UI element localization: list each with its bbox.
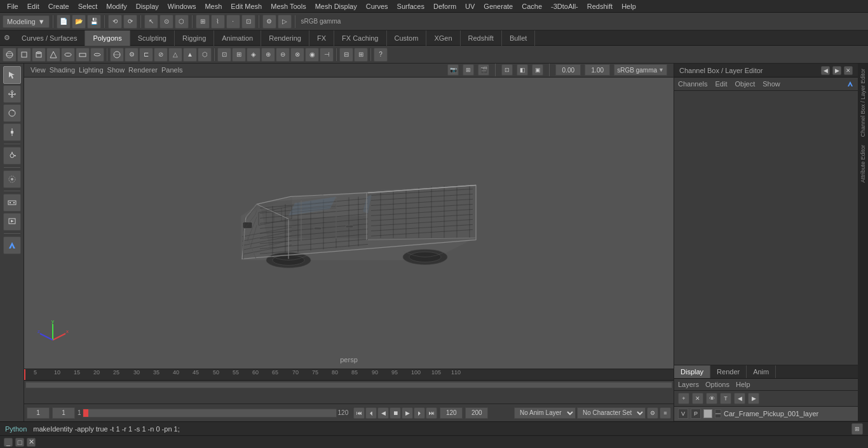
vp-view-menu[interactable]: View <box>31 66 46 74</box>
menu-windows[interactable]: Windows <box>163 1 201 11</box>
python-label[interactable]: Python <box>5 425 27 433</box>
lasso-btn[interactable]: ⊙ <box>159 15 173 29</box>
cb-channels-menu[interactable]: Channels <box>678 80 707 88</box>
minimize-btn[interactable]: _ <box>4 438 13 447</box>
tab-fx-caching[interactable]: FX Caching <box>334 31 386 46</box>
camera-near-input[interactable] <box>555 64 581 76</box>
vtab-channel-box[interactable]: Channel Box / Layer Editor <box>859 65 867 141</box>
vp-show-menu[interactable]: Show <box>107 66 125 74</box>
open-file-btn[interactable]: 📂 <box>72 15 86 29</box>
anim-layer-select[interactable]: No Anim Layer <box>514 407 576 419</box>
vp-shade-btn[interactable]: ◧ <box>517 64 528 76</box>
scale-tool-btn[interactable] <box>3 123 21 141</box>
step-back-btn[interactable]: ⏴ <box>365 407 377 419</box>
colorspace-dropdown[interactable]: sRGB gamma ▼ <box>614 64 667 76</box>
current-frame-input[interactable] <box>27 407 50 419</box>
pyramid-btn[interactable]: ▲ <box>183 48 197 62</box>
layer-playback-btn[interactable]: P <box>691 409 701 419</box>
tab-rendering[interactable]: Rendering <box>261 31 309 46</box>
disk-btn[interactable] <box>90 48 104 62</box>
play-fwd-btn[interactable]: ▶ <box>402 407 413 419</box>
layer-scroll-left[interactable]: ◀ <box>734 393 745 404</box>
maya-logo-btn[interactable] <box>3 236 21 254</box>
layer-scroll-right[interactable]: ▶ <box>748 393 759 404</box>
cb-object-menu[interactable]: Object <box>735 80 755 88</box>
combine-btn[interactable]: ⊕ <box>261 48 275 62</box>
menu-select[interactable]: Select <box>74 1 102 11</box>
menu-file[interactable]: File <box>3 1 23 11</box>
menu-mesh[interactable]: Mesh <box>200 1 226 11</box>
tab-bullet[interactable]: Bullet <box>502 31 536 46</box>
close-btn[interactable]: ✕ <box>27 438 36 447</box>
mirror-btn[interactable]: ⊣ <box>320 48 334 62</box>
anim-prefs-btn[interactable]: ≡ <box>660 407 671 419</box>
extrude-btn[interactable]: ⊡ <box>217 48 231 62</box>
menu-create[interactable]: Create <box>44 1 74 11</box>
workspace-dropdown[interactable]: Modeling ▼ <box>3 15 50 28</box>
vp-wire-btn[interactable]: ⊡ <box>501 64 513 76</box>
layers-layers-menu[interactable]: Layers <box>678 381 699 388</box>
vp-lighting-menu[interactable]: Lighting <box>79 66 104 74</box>
cb-edit-menu[interactable]: Edit <box>715 80 727 88</box>
fill-hole-btn[interactable]: ◉ <box>305 48 319 62</box>
panel-expand-btn[interactable]: ▶ <box>832 66 841 75</box>
torus-btn[interactable] <box>61 48 75 62</box>
menu-curves[interactable]: Curves <box>362 1 393 11</box>
restore-btn[interactable]: □ <box>15 438 24 447</box>
vp-icon-film[interactable]: 🎬 <box>478 64 489 76</box>
viewport-3d[interactable]: x y z persp <box>24 78 674 369</box>
menu-deform[interactable]: Deform <box>429 1 461 11</box>
menu-uv[interactable]: UV <box>461 1 479 11</box>
timeline-region[interactable] <box>25 382 672 388</box>
save-file-btn[interactable]: 💾 <box>87 15 101 29</box>
gear-btn[interactable]: ⚙ <box>125 48 139 62</box>
tab-xgen[interactable]: XGen <box>426 31 460 46</box>
play-back-btn[interactable]: ◀ <box>377 407 389 419</box>
snap-curve-btn[interactable]: ⌇ <box>211 15 225 29</box>
pipe-btn[interactable]: ⊏ <box>139 48 153 62</box>
universal-manip-btn[interactable] <box>3 147 21 165</box>
bevel-btn[interactable]: ◈ <box>247 48 261 62</box>
bridge-btn[interactable]: ⊞ <box>232 48 246 62</box>
menu-help[interactable]: Help <box>617 1 641 11</box>
stop-btn[interactable]: ⏹ <box>390 407 401 419</box>
snap-surface-btn[interactable]: ⊡ <box>241 15 255 29</box>
timeline-ruler[interactable]: 5 10 15 20 25 30 35 40 45 50 55 60 65 70… <box>24 369 674 381</box>
edge-loop-btn[interactable]: ⊟ <box>339 48 353 62</box>
menu-redshift[interactable]: Redshift <box>583 1 617 11</box>
vp-tex-btn[interactable]: ▣ <box>532 64 543 76</box>
rotate-tool-btn[interactable] <box>3 104 21 122</box>
separate-btn[interactable]: ⊖ <box>276 48 290 62</box>
vp-icon-cam[interactable]: 📷 <box>447 64 459 76</box>
tab-rigging[interactable]: Rigging <box>175 31 214 46</box>
snap-point-btn[interactable]: · <box>226 15 240 29</box>
frame-input-2[interactable] <box>52 407 75 419</box>
step-fwd-btn[interactable]: ⏵ <box>414 407 425 419</box>
tab-custom[interactable]: Custom <box>387 31 427 46</box>
paint-sel-btn[interactable]: ⬡ <box>175 15 189 29</box>
range-end-input[interactable] <box>465 407 488 419</box>
menu-mesh-display[interactable]: Mesh Display <box>311 1 362 11</box>
ipr-btn[interactable]: ▷ <box>278 15 292 29</box>
char-set-select[interactable]: No Character Set <box>577 407 646 419</box>
menu-display[interactable]: Display <box>132 1 163 11</box>
render-btn[interactable] <box>3 213 21 231</box>
vtab-attribute-editor[interactable]: Attribute Editor <box>859 141 867 187</box>
tab-anim[interactable]: Anim <box>747 365 776 378</box>
vp-shading-menu[interactable]: Shading <box>50 66 75 74</box>
select-mode-btn[interactable]: ↖ <box>144 15 158 29</box>
plane-btn[interactable] <box>76 48 90 62</box>
new-file-btn[interactable]: 📄 <box>57 15 71 29</box>
prism-btn[interactable]: △ <box>168 48 182 62</box>
soccer-btn[interactable]: ⬡ <box>198 48 212 62</box>
frame-slider[interactable] <box>83 409 337 417</box>
helix-btn[interactable]: ⊘ <box>154 48 168 62</box>
layers-help-menu[interactable]: Help <box>736 381 750 388</box>
layer-color-swatch[interactable] <box>703 409 712 418</box>
menu-cache[interactable]: Cache <box>517 1 546 11</box>
cube-btn[interactable] <box>17 48 31 62</box>
question-btn[interactable]: ? <box>374 48 388 62</box>
move-tool-btn[interactable] <box>3 85 21 103</box>
vp-renderer-menu[interactable]: Renderer <box>128 66 158 74</box>
range-start-input[interactable] <box>440 407 463 419</box>
